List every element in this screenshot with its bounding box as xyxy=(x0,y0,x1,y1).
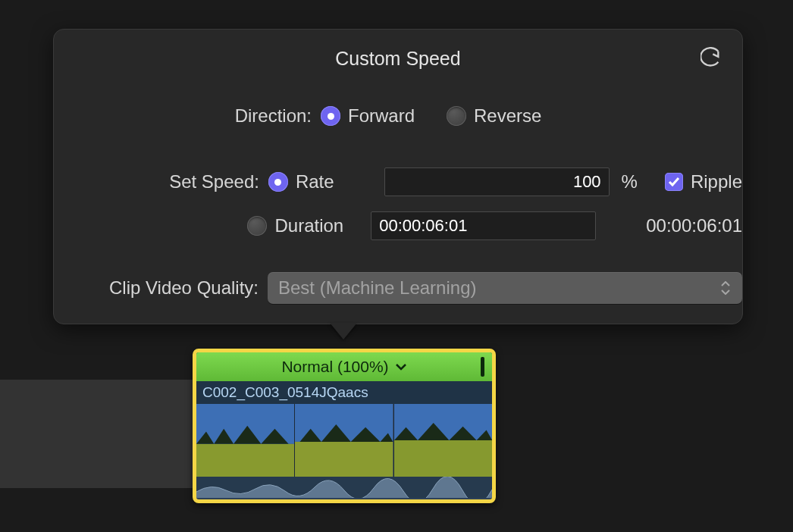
row-direction: Direction: Forward Reverse xyxy=(54,105,742,127)
quality-controls: Best (Machine Learning) xyxy=(268,272,742,304)
radio-dot-icon xyxy=(447,106,466,126)
checkmark-icon xyxy=(665,173,683,191)
clip-speed-label: Normal (100%) xyxy=(281,358,388,376)
radio-duration-label: Duration xyxy=(274,215,343,236)
quality-dropdown[interactable]: Best (Machine Learning) xyxy=(268,272,742,304)
rate-input[interactable] xyxy=(384,167,610,196)
label-quality: Clip Video Quality: xyxy=(54,277,268,299)
thumbnail-icon xyxy=(295,404,393,477)
thumbnail-icon xyxy=(394,404,492,477)
audio-waveform xyxy=(196,477,492,498)
row-rate: Set Speed: Rate % Ripple xyxy=(54,167,742,196)
timeline-track[interactable] xyxy=(0,380,193,488)
ripple-label: Ripple xyxy=(691,171,742,192)
svg-rect-7 xyxy=(295,442,393,477)
source-duration: 00:00:06:01 xyxy=(646,215,742,236)
svg-rect-1 xyxy=(196,444,294,477)
panel-title: Custom Speed xyxy=(54,48,742,70)
radio-rate[interactable]: Rate xyxy=(268,171,334,192)
timeline-clip[interactable]: Normal (100%) C002_C003_0514JQaacs xyxy=(193,349,496,503)
direction-controls: Forward Reverse xyxy=(321,105,563,127)
popover-tail xyxy=(330,323,357,340)
rate-unit: % xyxy=(620,171,638,192)
thumbnail-icon xyxy=(196,404,295,477)
updown-icon xyxy=(721,281,733,295)
rate-controls: Rate % Ripple xyxy=(268,167,742,196)
row-duration: Duration 00:00:06:01 xyxy=(54,211,742,240)
label-set-speed: Set Speed: xyxy=(54,171,268,192)
radio-dot-icon xyxy=(268,172,288,192)
clip-thumbnails xyxy=(196,404,492,477)
radio-forward-label: Forward xyxy=(348,105,415,127)
undo-icon xyxy=(701,47,722,71)
radio-reverse-label: Reverse xyxy=(474,105,541,127)
radio-forward[interactable]: Forward xyxy=(321,105,415,127)
clip-name: C002_C003_0514JQaacs xyxy=(196,381,492,404)
radio-dot-icon xyxy=(247,216,267,236)
radio-reverse[interactable]: Reverse xyxy=(447,105,541,127)
custom-speed-panel: Custom Speed Direction: Forward Reverse xyxy=(53,29,743,324)
ripple-checkbox[interactable]: Ripple xyxy=(665,171,742,192)
radio-rate-label: Rate xyxy=(296,171,334,192)
radio-dot-icon xyxy=(321,106,340,126)
chevron-down-icon xyxy=(395,362,407,371)
clip-speed-bar[interactable]: Normal (100%) xyxy=(196,352,492,381)
undo-button[interactable] xyxy=(698,46,724,72)
radio-duration[interactable]: Duration xyxy=(247,215,343,236)
duration-controls: Duration 00:00:06:01 xyxy=(247,211,742,240)
svg-rect-13 xyxy=(394,440,492,477)
quality-selected: Best (Machine Learning) xyxy=(278,277,476,299)
duration-input[interactable] xyxy=(371,211,596,240)
speed-handle[interactable] xyxy=(481,357,484,377)
label-direction: Direction: xyxy=(54,105,321,127)
form: Direction: Forward Reverse Set Speed: xyxy=(54,105,742,304)
row-quality: Clip Video Quality: Best (Machine Learni… xyxy=(54,272,742,304)
